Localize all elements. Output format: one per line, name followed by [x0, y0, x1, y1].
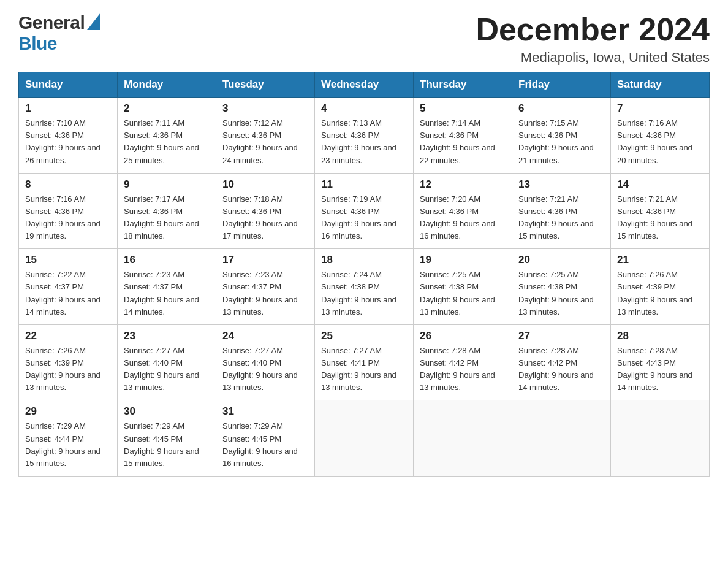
day-number: 31	[222, 405, 308, 418]
calendar-day-cell: 14Sunrise: 7:21 AMSunset: 4:36 PMDayligh…	[611, 173, 710, 249]
day-info: Sunrise: 7:18 AMSunset: 4:36 PMDaylight:…	[222, 193, 308, 243]
day-number: 5	[420, 102, 506, 115]
page-title: December 2024	[476, 12, 710, 47]
day-of-week-header: Thursday	[414, 72, 512, 98]
day-info: Sunrise: 7:25 AMSunset: 4:38 PMDaylight:…	[518, 269, 604, 318]
day-info: Sunrise: 7:21 AMSunset: 4:36 PMDaylight:…	[617, 193, 703, 243]
day-info: Sunrise: 7:28 AMSunset: 4:42 PMDaylight:…	[420, 345, 506, 394]
calendar-week-row: 29Sunrise: 7:29 AMSunset: 4:44 PMDayligh…	[19, 400, 710, 477]
day-info: Sunrise: 7:23 AMSunset: 4:37 PMDaylight:…	[222, 269, 308, 318]
logo-arrow-icon	[87, 13, 100, 33]
calendar-day-cell: 1Sunrise: 7:10 AMSunset: 4:36 PMDaylight…	[19, 98, 118, 174]
day-of-week-header: Monday	[118, 72, 216, 98]
calendar-day-cell: 25Sunrise: 7:27 AMSunset: 4:41 PMDayligh…	[315, 324, 414, 400]
calendar-day-cell: 17Sunrise: 7:23 AMSunset: 4:37 PMDayligh…	[216, 249, 315, 325]
calendar-day-cell: 31Sunrise: 7:29 AMSunset: 4:45 PMDayligh…	[216, 400, 315, 477]
calendar-day-cell: 29Sunrise: 7:29 AMSunset: 4:44 PMDayligh…	[19, 400, 118, 477]
day-number: 8	[25, 178, 111, 191]
calendar-week-row: 22Sunrise: 7:26 AMSunset: 4:39 PMDayligh…	[19, 324, 710, 400]
calendar-day-cell: 11Sunrise: 7:19 AMSunset: 4:36 PMDayligh…	[315, 173, 414, 249]
day-info: Sunrise: 7:29 AMSunset: 4:45 PMDaylight:…	[222, 420, 308, 470]
calendar-day-cell: 20Sunrise: 7:25 AMSunset: 4:38 PMDayligh…	[512, 249, 611, 325]
day-info: Sunrise: 7:13 AMSunset: 4:36 PMDaylight:…	[321, 117, 407, 167]
day-of-week-header: Friday	[512, 72, 611, 98]
calendar-day-cell	[315, 400, 414, 477]
day-info: Sunrise: 7:28 AMSunset: 4:42 PMDaylight:…	[518, 345, 604, 394]
day-info: Sunrise: 7:29 AMSunset: 4:44 PMDaylight:…	[25, 420, 111, 470]
day-info: Sunrise: 7:10 AMSunset: 4:36 PMDaylight:…	[25, 117, 111, 167]
day-number: 12	[420, 178, 506, 191]
calendar-week-row: 15Sunrise: 7:22 AMSunset: 4:37 PMDayligh…	[19, 249, 710, 325]
day-number: 20	[518, 254, 604, 266]
day-info: Sunrise: 7:26 AMSunset: 4:39 PMDaylight:…	[617, 269, 703, 318]
day-number: 19	[420, 254, 506, 266]
day-number: 27	[518, 330, 604, 342]
day-info: Sunrise: 7:27 AMSunset: 4:40 PMDaylight:…	[222, 345, 308, 394]
calendar-week-row: 1Sunrise: 7:10 AMSunset: 4:36 PMDaylight…	[19, 98, 710, 174]
day-of-week-header: Wednesday	[315, 72, 414, 98]
calendar-day-cell: 22Sunrise: 7:26 AMSunset: 4:39 PMDayligh…	[19, 324, 118, 400]
calendar-day-cell: 27Sunrise: 7:28 AMSunset: 4:42 PMDayligh…	[512, 324, 611, 400]
calendar-day-cell: 2Sunrise: 7:11 AMSunset: 4:36 PMDaylight…	[118, 98, 216, 174]
day-number: 2	[124, 102, 210, 115]
calendar-day-cell: 15Sunrise: 7:22 AMSunset: 4:37 PMDayligh…	[19, 249, 118, 325]
day-info: Sunrise: 7:15 AMSunset: 4:36 PMDaylight:…	[518, 117, 604, 167]
day-number: 4	[321, 102, 407, 115]
day-number: 18	[321, 254, 407, 266]
day-number: 17	[222, 254, 308, 266]
calendar-day-cell	[512, 400, 611, 477]
calendar-day-cell: 23Sunrise: 7:27 AMSunset: 4:40 PMDayligh…	[118, 324, 216, 400]
calendar-day-cell: 6Sunrise: 7:15 AMSunset: 4:36 PMDaylight…	[512, 98, 611, 174]
page-header: General Blue December 2024 Mediapolis, I…	[18, 12, 710, 66]
title-block: December 2024 Mediapolis, Iowa, United S…	[476, 12, 710, 66]
calendar-day-cell: 28Sunrise: 7:28 AMSunset: 4:43 PMDayligh…	[611, 324, 710, 400]
day-number: 13	[518, 178, 604, 191]
day-info: Sunrise: 7:19 AMSunset: 4:36 PMDaylight:…	[321, 193, 407, 243]
day-number: 1	[25, 102, 111, 115]
day-number: 14	[617, 178, 703, 191]
calendar-header-row: SundayMondayTuesdayWednesdayThursdayFrid…	[19, 72, 710, 98]
day-number: 24	[222, 330, 308, 342]
day-number: 16	[124, 254, 210, 266]
day-info: Sunrise: 7:12 AMSunset: 4:36 PMDaylight:…	[222, 117, 308, 167]
calendar-day-cell: 16Sunrise: 7:23 AMSunset: 4:37 PMDayligh…	[118, 249, 216, 325]
calendar-day-cell: 4Sunrise: 7:13 AMSunset: 4:36 PMDaylight…	[315, 98, 414, 174]
day-of-week-header: Saturday	[611, 72, 710, 98]
calendar-day-cell: 26Sunrise: 7:28 AMSunset: 4:42 PMDayligh…	[414, 324, 512, 400]
day-number: 28	[617, 330, 703, 342]
day-number: 15	[25, 254, 111, 266]
day-number: 26	[420, 330, 506, 342]
calendar-day-cell: 7Sunrise: 7:16 AMSunset: 4:36 PMDaylight…	[611, 98, 710, 174]
day-info: Sunrise: 7:27 AMSunset: 4:41 PMDaylight:…	[321, 345, 407, 394]
day-info: Sunrise: 7:17 AMSunset: 4:36 PMDaylight:…	[124, 193, 210, 243]
day-info: Sunrise: 7:22 AMSunset: 4:37 PMDaylight:…	[25, 269, 111, 318]
day-number: 30	[124, 405, 210, 418]
day-info: Sunrise: 7:20 AMSunset: 4:36 PMDaylight:…	[420, 193, 506, 243]
day-info: Sunrise: 7:23 AMSunset: 4:37 PMDaylight:…	[124, 269, 210, 318]
calendar-day-cell: 30Sunrise: 7:29 AMSunset: 4:45 PMDayligh…	[118, 400, 216, 477]
day-of-week-header: Tuesday	[216, 72, 315, 98]
logo-general-text: General	[18, 12, 85, 33]
day-info: Sunrise: 7:11 AMSunset: 4:36 PMDaylight:…	[124, 117, 210, 167]
calendar-day-cell: 18Sunrise: 7:24 AMSunset: 4:38 PMDayligh…	[315, 249, 414, 325]
day-number: 6	[518, 102, 604, 115]
svg-marker-0	[87, 13, 100, 30]
day-info: Sunrise: 7:27 AMSunset: 4:40 PMDaylight:…	[124, 345, 210, 394]
day-number: 9	[124, 178, 210, 191]
day-info: Sunrise: 7:29 AMSunset: 4:45 PMDaylight:…	[124, 420, 210, 470]
day-info: Sunrise: 7:25 AMSunset: 4:38 PMDaylight:…	[420, 269, 506, 318]
calendar-week-row: 8Sunrise: 7:16 AMSunset: 4:36 PMDaylight…	[19, 173, 710, 249]
day-number: 29	[25, 405, 111, 418]
day-number: 25	[321, 330, 407, 342]
day-number: 11	[321, 178, 407, 191]
logo-blue-text: Blue	[18, 33, 57, 53]
day-info: Sunrise: 7:16 AMSunset: 4:36 PMDaylight:…	[617, 117, 703, 167]
calendar-day-cell: 3Sunrise: 7:12 AMSunset: 4:36 PMDaylight…	[216, 98, 315, 174]
calendar-day-cell: 24Sunrise: 7:27 AMSunset: 4:40 PMDayligh…	[216, 324, 315, 400]
day-of-week-header: Sunday	[19, 72, 118, 98]
day-number: 22	[25, 330, 111, 342]
calendar-day-cell: 19Sunrise: 7:25 AMSunset: 4:38 PMDayligh…	[414, 249, 512, 325]
calendar-day-cell	[611, 400, 710, 477]
day-number: 7	[617, 102, 703, 115]
day-info: Sunrise: 7:26 AMSunset: 4:39 PMDaylight:…	[25, 345, 111, 394]
